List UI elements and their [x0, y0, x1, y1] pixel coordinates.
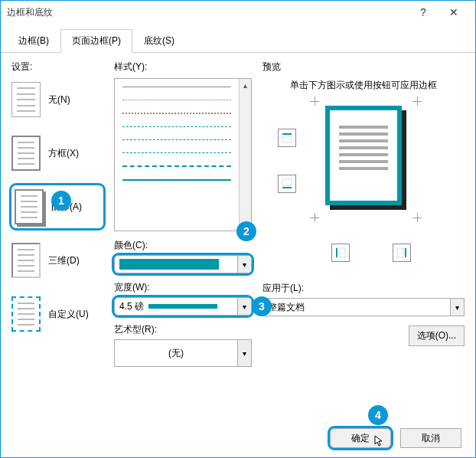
style-item[interactable]: [122, 100, 231, 100]
preview-hint: 单击下方图示或使用按钮可应用边框: [262, 78, 465, 92]
help-button[interactable]: ?: [408, 2, 439, 23]
color-combo[interactable]: ▾: [114, 255, 252, 273]
cursor-icon: [373, 435, 386, 447]
window-title: 边框和底纹: [7, 6, 408, 19]
style-item[interactable]: [122, 113, 231, 114]
setting-custom-thumb: [11, 296, 41, 332]
preview-label: 预览: [262, 61, 465, 74]
preview-area: [262, 106, 465, 274]
chevron-down-icon[interactable]: ▾: [237, 256, 251, 273]
style-label: 样式(Y):: [114, 61, 252, 74]
setting-3d-label: 三维(D): [48, 254, 80, 267]
setting-3d-thumb: [11, 243, 41, 278]
style-item[interactable]: [122, 126, 231, 127]
setting-none-label: 无(N): [48, 93, 70, 106]
annotation-4: 4: [368, 405, 388, 425]
settings-label: 设置:: [11, 61, 103, 74]
style-scrollbar[interactable]: ▴ ▾: [239, 79, 251, 231]
width-combo[interactable]: 4.5 磅 ▾: [114, 297, 252, 316]
settings-column: 设置: 无(N) 方框(X) 1 阴影(A) 三维(D) 自定义(U): [11, 61, 103, 414]
options-button-label: 选项(O)...: [417, 330, 456, 341]
svg-rect-0: [282, 133, 292, 135]
style-item[interactable]: [122, 165, 231, 167]
crop-marker: [412, 97, 422, 106]
cancel-button[interactable]: 取消: [400, 428, 461, 448]
crop-marker: [310, 97, 319, 106]
titlebar: 边框和底纹 ? ✕: [1, 1, 475, 24]
setting-3d[interactable]: 三维(D): [11, 239, 103, 282]
close-button[interactable]: ✕: [439, 2, 469, 23]
svg-rect-5: [339, 248, 345, 257]
width-preview-bar: [148, 304, 217, 309]
cancel-button-label: 取消: [422, 432, 440, 445]
chevron-down-icon[interactable]: ▾: [237, 298, 251, 315]
tab-page-border-label: 页面边框(P): [72, 35, 121, 46]
tab-shading-label: 底纹(S): [144, 35, 174, 46]
style-item[interactable]: [122, 179, 231, 181]
art-label: 艺术型(R):: [114, 323, 252, 336]
dialog-footer: 4 确定 取消: [1, 418, 475, 457]
annotation-1: 1: [51, 191, 71, 211]
setting-custom-label: 自定义(U): [48, 308, 89, 321]
chevron-down-icon[interactable]: ▾: [450, 299, 464, 316]
svg-rect-2: [282, 187, 292, 188]
apply-to-combo[interactable]: 整篇文档 ▾: [262, 298, 465, 316]
color-swatch: [119, 259, 219, 270]
style-item[interactable]: [122, 139, 231, 140]
svg-rect-6: [405, 248, 406, 257]
setting-box-thumb: [11, 136, 41, 171]
tab-page-border[interactable]: 页面边框(P): [60, 29, 132, 53]
svg-rect-4: [336, 248, 337, 257]
width-value: 4.5 磅: [119, 300, 144, 313]
style-column: 样式(Y): ▴ ▾ 2 颜色(C):: [114, 61, 252, 414]
width-label: 宽度(W):: [114, 281, 252, 294]
setting-box[interactable]: 方框(X): [11, 132, 103, 175]
ok-button-label: 确定: [351, 432, 370, 445]
setting-box-label: 方框(X): [48, 147, 79, 160]
svg-rect-7: [397, 248, 403, 257]
dialog-window: 边框和底纹 ? ✕ 边框(B) 页面边框(P) 底纹(S) 设置: 无(N) 方…: [0, 0, 476, 458]
ok-button[interactable]: 确定: [330, 428, 391, 448]
border-bottom-button[interactable]: [278, 175, 296, 193]
apply-to-label: 应用于(L):: [262, 282, 465, 295]
tab-borders[interactable]: 边框(B): [7, 29, 60, 53]
annotation-3: 3: [252, 296, 272, 316]
scroll-up-icon[interactable]: ▴: [240, 79, 251, 91]
border-top-button[interactable]: [278, 129, 296, 147]
dialog-body: 设置: 无(N) 方框(X) 1 阴影(A) 三维(D) 自定义(U): [1, 53, 475, 418]
color-label: 颜色(C):: [114, 239, 252, 252]
svg-rect-1: [282, 136, 292, 142]
apply-to-value: 整篇文档: [268, 301, 305, 314]
art-combo[interactable]: (无) ▾: [114, 339, 252, 367]
border-right-button[interactable]: [393, 244, 411, 262]
preview-page[interactable]: [325, 106, 402, 205]
setting-none[interactable]: 无(N): [11, 78, 103, 121]
style-item[interactable]: [122, 152, 231, 153]
annotation-2: 2: [236, 221, 256, 241]
style-item[interactable]: [122, 87, 231, 87]
setting-custom[interactable]: 自定义(U): [11, 293, 103, 335]
tab-strip: 边框(B) 页面边框(P) 底纹(S): [1, 28, 475, 53]
border-left-button[interactable]: [331, 244, 350, 262]
style-listbox[interactable]: ▴ ▾: [114, 78, 252, 231]
setting-shadow-thumb: [15, 189, 44, 224]
chevron-down-icon[interactable]: ▾: [237, 340, 251, 366]
tab-borders-label: 边框(B): [18, 35, 49, 46]
crop-marker: [310, 213, 319, 222]
tab-shading[interactable]: 底纹(S): [132, 29, 186, 53]
setting-none-thumb: [11, 82, 41, 117]
preview-column: 预览 单击下方图示或使用按钮可应用边框 应用于(L): 整篇文档 ▾ 选: [262, 61, 465, 414]
options-button[interactable]: 选项(O)...: [409, 326, 465, 346]
svg-rect-3: [282, 179, 292, 185]
art-value: (无): [168, 347, 184, 360]
crop-marker: [412, 213, 422, 222]
